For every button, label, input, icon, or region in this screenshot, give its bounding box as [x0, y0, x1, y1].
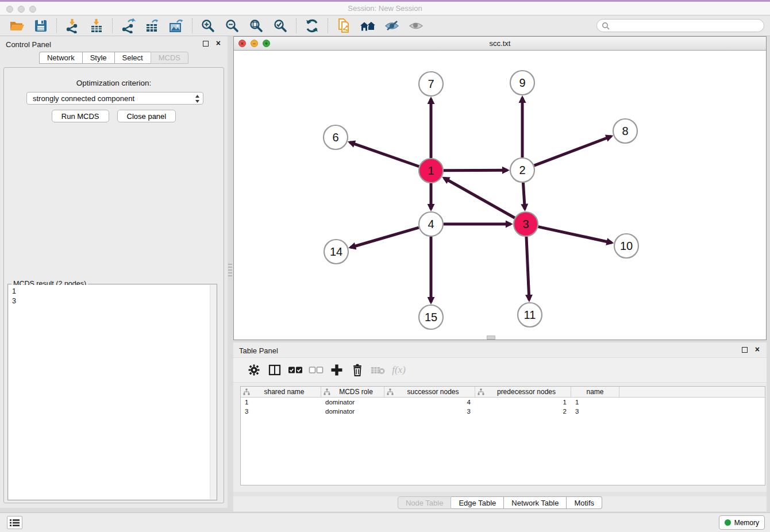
- mcds-result-area[interactable]: 1 3: [9, 285, 216, 499]
- search-box[interactable]: [596, 19, 764, 32]
- select-all-columns-button[interactable]: [286, 360, 305, 380]
- tab-style[interactable]: Style: [82, 52, 114, 64]
- delete-table-button[interactable]: [368, 360, 388, 380]
- gear-icon: [248, 364, 260, 376]
- edge-2-3[interactable]: [523, 183, 525, 209]
- table-cell[interactable]: dominator: [321, 398, 384, 407]
- hide-selected-button[interactable]: [383, 17, 401, 34]
- table-cell[interactable]: 1: [571, 398, 619, 407]
- tab-mcds[interactable]: MCDS: [151, 52, 188, 64]
- column-header-name[interactable]: name: [571, 387, 619, 397]
- graph-node-14[interactable]: 14: [324, 240, 348, 264]
- export-table-button[interactable]: [143, 17, 161, 34]
- show-all-button[interactable]: [407, 17, 425, 34]
- svg-text:3: 3: [522, 218, 529, 230]
- graph-node-11[interactable]: 11: [518, 303, 542, 327]
- edge-4-14[interactable]: [351, 228, 419, 248]
- zoom-out-button[interactable]: [223, 17, 241, 34]
- tab-network[interactable]: Network: [39, 52, 82, 64]
- table-settings-button[interactable]: [244, 360, 264, 380]
- tab-node-table[interactable]: Node Table: [398, 496, 452, 509]
- criterion-dropdown[interactable]: strongly connected component: [26, 92, 203, 105]
- table-cell[interactable]: 3: [571, 407, 619, 416]
- table-cell[interactable]: 1: [241, 398, 321, 407]
- graph-node-4[interactable]: 4: [419, 212, 443, 236]
- graph-node-9[interactable]: 9: [510, 71, 534, 95]
- table-row[interactable]: 1dominator411: [241, 398, 765, 407]
- tab-network-table[interactable]: Network Table: [504, 496, 567, 509]
- graph-node-10[interactable]: 10: [614, 234, 638, 258]
- graph-node-7[interactable]: 7: [419, 72, 443, 96]
- network-canvas[interactable]: 1234678910111415: [234, 51, 766, 340]
- table-split-view-button[interactable]: [265, 360, 284, 380]
- tab-motifs[interactable]: Motifs: [567, 496, 602, 509]
- import-table-button[interactable]: [87, 17, 106, 34]
- table-cell[interactable]: 3: [384, 407, 475, 416]
- apply-layout-button[interactable]: [303, 17, 321, 34]
- zoom-fit-button[interactable]: [247, 17, 265, 34]
- clone-network-button[interactable]: [334, 17, 353, 34]
- svg-text:15: 15: [425, 311, 437, 323]
- graph-node-15[interactable]: 15: [419, 305, 443, 329]
- table-cell[interactable]: dominator: [321, 407, 384, 416]
- search-icon: [602, 22, 610, 30]
- column-header-predecessor-nodes[interactable]: predecessor nodes: [475, 387, 571, 397]
- table-row[interactable]: 3dominator323: [241, 407, 765, 416]
- close-panel-icon[interactable]: ×: [216, 38, 221, 48]
- edge-1-6[interactable]: [350, 142, 419, 167]
- close-table-panel-icon[interactable]: ×: [755, 344, 760, 354]
- table-cell[interactable]: 3: [241, 407, 321, 416]
- unchecked-boxes-icon: [309, 365, 324, 375]
- graph-node-8[interactable]: 8: [613, 119, 637, 143]
- delete-column-button[interactable]: [348, 360, 367, 380]
- horizontal-splitter-grip[interactable]: [487, 336, 495, 340]
- export-network-button[interactable]: [119, 17, 137, 34]
- edge-2-8[interactable]: [534, 136, 611, 165]
- column-header-successor-nodes[interactable]: successor nodes: [384, 387, 475, 397]
- table-cell[interactable]: 1: [475, 398, 571, 407]
- memory-button[interactable]: Memory: [719, 515, 765, 530]
- edge-3-1[interactable]: [444, 178, 515, 218]
- graph-node-2[interactable]: 2: [510, 158, 534, 182]
- column-tree-icon: [243, 388, 250, 395]
- search-input[interactable]: [613, 22, 759, 30]
- node-table[interactable]: shared nameMCDS rolesuccessor nodesprede…: [240, 386, 765, 485]
- edge-1-2[interactable]: [444, 170, 507, 171]
- svg-text:8: 8: [622, 125, 628, 137]
- import-network-icon: [65, 18, 80, 33]
- save-session-button[interactable]: [32, 17, 50, 34]
- column-header-MCDS-role[interactable]: MCDS role: [321, 387, 384, 397]
- float-panel-icon[interactable]: [203, 41, 209, 47]
- tab-edge-table[interactable]: Edge Table: [451, 496, 504, 509]
- task-history-button[interactable]: [7, 516, 22, 529]
- deselect-all-columns-button[interactable]: [306, 360, 326, 380]
- table-cell[interactable]: 2: [475, 407, 571, 416]
- function-builder-button[interactable]: f(x): [389, 360, 409, 380]
- zoom-selected-button[interactable]: [271, 17, 290, 34]
- open-session-button[interactable]: [7, 17, 26, 34]
- zoom-in-button[interactable]: [199, 17, 217, 34]
- run-mcds-button[interactable]: Run MCDS: [52, 110, 109, 122]
- graph-node-3[interactable]: 3: [514, 212, 538, 236]
- edge-3-10[interactable]: [538, 227, 611, 243]
- memory-label: Memory: [734, 519, 759, 527]
- graph-node-1[interactable]: 1: [419, 159, 443, 183]
- mcds-result-group: MCDS result (2 nodes) 1 3: [7, 284, 217, 500]
- result-scrollbar[interactable]: [210, 285, 216, 499]
- import-network-button[interactable]: [63, 17, 82, 34]
- add-column-button[interactable]: [327, 360, 346, 380]
- column-header-shared-name[interactable]: shared name: [241, 387, 321, 397]
- table-cell[interactable]: 4: [384, 398, 475, 407]
- edge-3-11[interactable]: [526, 237, 529, 300]
- table-body: 1dominator4113dominator323: [241, 398, 765, 416]
- mcds-panel: Optimization criterion: strongly connect…: [3, 67, 224, 503]
- network-home-button[interactable]: [359, 17, 377, 34]
- close-panel-button[interactable]: Close panel: [117, 110, 176, 122]
- tab-select[interactable]: Select: [114, 52, 151, 64]
- float-table-panel-icon[interactable]: [742, 347, 748, 353]
- export-image-button[interactable]: [167, 17, 186, 34]
- network-window-titlebar[interactable]: × − + scc.txt: [234, 37, 766, 51]
- zoom-selected-icon: [273, 18, 288, 33]
- splitter-grip[interactable]: [228, 264, 232, 276]
- graph-node-6[interactable]: 6: [324, 125, 348, 149]
